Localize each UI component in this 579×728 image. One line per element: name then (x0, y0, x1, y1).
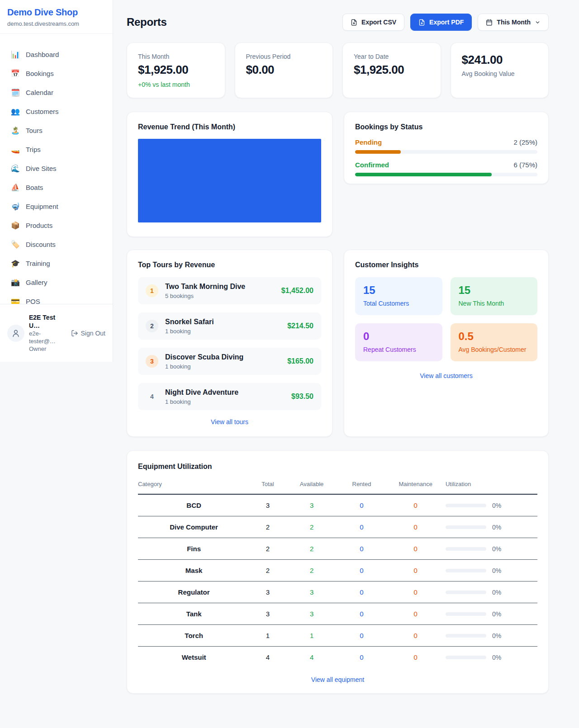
stat-cards: This Month $1,925.00 +0% vs last month P… (127, 43, 549, 98)
period-dropdown[interactable]: This Month (478, 14, 549, 31)
sidebar-item-label: Tours (26, 126, 43, 135)
revenue-trend-chart (138, 139, 321, 222)
sidebar-item-equipment[interactable]: 🤿 Equipment (4, 198, 109, 216)
sidebar-item-products[interactable]: 📦 Products (4, 217, 109, 235)
equipment-utilization-title: Equipment Utilization (138, 463, 537, 471)
row-revenue-status: Revenue Trend (This Month) Bookings by S… (127, 112, 549, 237)
status-row-confirmed: Confirmed 6 (75%) (355, 161, 537, 176)
utilization-cell: 0% (446, 610, 537, 618)
tour-row[interactable]: 4 Night Dive Adventure 1 booking $93.50 (138, 383, 321, 410)
sidebar-item-boats[interactable]: ⛵ Boats (4, 179, 109, 197)
stat-card-avg-booking-value: $241.00 Avg Booking Value (451, 43, 549, 98)
sidebar-item-label: POS (26, 297, 40, 304)
utilization-bar-track (446, 525, 486, 529)
utilization-cell: 0% (446, 567, 537, 574)
sidebar-item-training[interactable]: 🎓 Training (4, 255, 109, 273)
utilization-bar-track (446, 569, 486, 572)
cell-available: 3 (286, 494, 338, 516)
tour-revenue: $93.50 (291, 392, 313, 401)
utilization-cell: 0% (446, 654, 537, 661)
table-row: Dive Computer 2 2 0 0 0% (138, 516, 537, 538)
utilization-percent: 0% (492, 502, 501, 509)
sidebar-item-gallery[interactable]: 📸 Gallery (4, 274, 109, 292)
tour-revenue: $1,452.00 (281, 287, 313, 295)
insight-tile-avg-bookings: 0.5 Avg Bookings/Customer (451, 323, 538, 361)
utilization-bar-track (446, 591, 486, 594)
utilization-bar-track (446, 612, 486, 616)
tour-name: Discover Scuba Diving (165, 353, 243, 361)
tile-label: Repeat Customers (363, 346, 434, 353)
tours-icon: 🏝️ (11, 126, 20, 135)
logout-icon (71, 330, 78, 337)
user-icon (11, 329, 20, 338)
tour-bookings: 5 bookings (165, 293, 245, 299)
bookings-by-status-card: Bookings by Status Pending 2 (25%) Confi… (344, 112, 549, 184)
sidebar-item-bookings[interactable]: 📅 Bookings (4, 65, 109, 83)
tour-row[interactable]: 1 Two Tank Morning Dive 5 bookings $1,45… (138, 277, 321, 304)
sidebar-item-trips[interactable]: 🚤 Trips (4, 141, 109, 159)
cell-rented: 0 (337, 625, 385, 647)
status-label: Pending (355, 138, 382, 146)
dashboard-icon: 📊 (11, 50, 20, 59)
export-csv-button[interactable]: Export CSV (342, 14, 404, 31)
cell-rented: 0 (337, 647, 385, 668)
main-content: Reports Export CSV Export PDF This Month… (127, 0, 549, 694)
cell-category: Wetsuit (138, 647, 250, 668)
sidebar-item-calendar[interactable]: 🗓️ Calendar (4, 84, 109, 102)
user-name: E2E Test U… (29, 313, 66, 330)
sidebar-item-label: Boats (26, 183, 43, 192)
utilization-bar-track (446, 656, 486, 659)
view-all-equipment-link[interactable]: View all equipment (138, 676, 537, 683)
sidebar-item-pos[interactable]: 💳 POS (4, 293, 109, 304)
customers-icon: 👥 (11, 107, 20, 116)
tour-revenue: $165.00 (287, 357, 313, 365)
cell-total: 3 (250, 494, 285, 516)
column-header-maintenance: Maintenance (385, 477, 445, 494)
file-download-icon (418, 19, 425, 26)
cell-total: 3 (250, 581, 285, 603)
avatar (7, 325, 24, 342)
sidebar-item-label: Calendar (26, 88, 53, 97)
tour-row[interactable]: 3 Discover Scuba Diving 1 booking $165.0… (138, 348, 321, 375)
sidebar-item-dashboard[interactable]: 📊 Dashboard (4, 46, 109, 64)
boats-icon: ⛵ (11, 183, 20, 192)
tour-name: Two Tank Morning Dive (165, 283, 245, 291)
status-bar-track (355, 150, 537, 154)
stat-value: $241.00 (462, 53, 538, 67)
cell-category: Fins (138, 538, 250, 560)
table-row: Mask 2 2 0 0 0% (138, 560, 537, 581)
discounts-icon: 🏷️ (11, 240, 20, 249)
cell-rented: 0 (337, 516, 385, 538)
tour-revenue: $214.50 (287, 322, 313, 330)
insight-tile-new-this-month: 15 New This Month (451, 277, 538, 315)
view-all-customers-link[interactable]: View all customers (355, 372, 537, 379)
table-row: Tank 3 3 0 0 0% (138, 603, 537, 625)
sidebar-item-discounts[interactable]: 🏷️ Discounts (4, 236, 109, 254)
header-actions: Export CSV Export PDF This Month (342, 14, 549, 31)
page-title: Reports (127, 16, 167, 28)
sidebar-item-customers[interactable]: 👥 Customers (4, 103, 109, 121)
tour-row[interactable]: 2 Snorkel Safari 1 booking $214.50 (138, 312, 321, 340)
sidebar-item-label: Gallery (26, 278, 47, 287)
cell-category: Tank (138, 603, 250, 625)
customer-insights-title: Customer Insights (355, 261, 537, 269)
sidebar-item-tours[interactable]: 🏝️ Tours (4, 122, 109, 140)
cell-maintenance: 0 (385, 647, 445, 668)
pos-icon: 💳 (11, 297, 20, 304)
tile-label: Total Customers (363, 300, 434, 307)
shop-branding: Demo Dive Shop demo.test.divestreams.com (0, 0, 113, 34)
stat-value: $0.00 (246, 63, 322, 77)
tile-value: 0.5 (459, 330, 530, 343)
column-header-utilization: Utilization (446, 477, 537, 494)
user-role: Owner (29, 345, 66, 353)
export-pdf-button[interactable]: Export PDF (410, 14, 472, 31)
stat-label: Year to Date (354, 53, 430, 60)
file-download-icon (351, 19, 357, 26)
tile-label: New This Month (459, 300, 530, 307)
tile-value: 15 (459, 284, 530, 297)
sidebar-item-dive-sites[interactable]: 🌊 Dive Sites (4, 160, 109, 178)
view-all-tours-link[interactable]: View all tours (138, 418, 321, 425)
cell-maintenance: 0 (385, 603, 445, 625)
sign-out-button[interactable]: Sign Out (71, 330, 105, 337)
sidebar-item-label: Bookings (26, 69, 54, 78)
